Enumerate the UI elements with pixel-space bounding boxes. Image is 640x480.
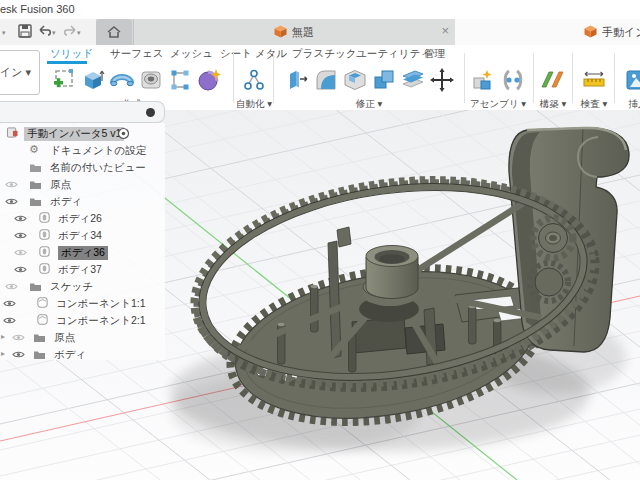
create-sketch-icon[interactable] [51, 67, 77, 93]
browser-root-row[interactable]: 手動インバータ5 v1 [0, 125, 165, 142]
undo-caret-icon[interactable]: ▾ [52, 29, 56, 37]
browser-row-body37[interactable]: ボディ37 [0, 261, 165, 278]
row-label: ボディ34 [58, 229, 102, 243]
eye-off-icon[interactable] [5, 282, 18, 291]
hole-icon[interactable] [138, 67, 164, 93]
derive-icon[interactable] [167, 67, 193, 93]
extrude-icon[interactable] [80, 67, 106, 93]
document-tab-active[interactable]: 手動インバータ5 v1 [455, 19, 640, 45]
folder-icon [29, 179, 42, 190]
automation-icon[interactable] [241, 67, 267, 93]
eye-icon[interactable] [3, 299, 16, 308]
group-construct: 構築 ▾ [536, 63, 570, 111]
move-icon[interactable] [429, 67, 455, 93]
redo-caret-icon[interactable]: ▾ [77, 29, 81, 37]
group-assemble: アセンブリ ▾ [466, 63, 530, 111]
tab-label: 無題 [292, 25, 314, 40]
row-label: コンポーネント2:1 [56, 314, 146, 328]
insert-canvas-icon[interactable] [625, 67, 640, 93]
browser-row-bodies-folder[interactable]: ボディ [0, 193, 165, 210]
eye-icon[interactable] [14, 231, 27, 240]
home-button[interactable] [96, 19, 132, 45]
body-icon [38, 263, 51, 274]
row-label: 名前の付いたビュー [50, 161, 146, 175]
folder-icon [29, 281, 42, 292]
row-label: ボディ26 [58, 212, 102, 226]
construction-plane-icon[interactable] [540, 67, 566, 93]
group-inspect: 検査 ▾ [576, 63, 612, 111]
tab-mesh[interactable]: メッシュ [170, 47, 213, 61]
combine-icon[interactable] [371, 67, 397, 93]
row-label: 原点 [54, 331, 75, 345]
browser-row-body34[interactable]: ボディ34 [0, 227, 165, 244]
folder-icon [29, 162, 42, 173]
press-pull-icon[interactable] [284, 67, 310, 93]
row-label: ドキュメントの設定 [50, 144, 146, 158]
browser-row-body26[interactable]: ボディ26 [0, 210, 165, 227]
row-label: ボディ [50, 195, 82, 209]
tab-surface[interactable]: サーフェス [110, 47, 163, 61]
row-label: コンポーネント1:1 [56, 297, 146, 311]
group-insert: 挿入 [618, 63, 640, 111]
workspace-selector[interactable]: イン ▾ [0, 50, 40, 95]
browser-handle-icon[interactable] [146, 108, 155, 117]
browser-row-bodies2[interactable]: ▸ ボディ [0, 346, 165, 363]
save-icon[interactable] [16, 22, 34, 40]
eye-icon[interactable] [14, 265, 27, 274]
browser-row-origin2[interactable]: ▸ 原点 [0, 329, 165, 346]
folder-icon [33, 349, 46, 360]
title-bar: esk Fusion 360 [0, 0, 640, 19]
tab-plastic[interactable]: プラスチック [292, 47, 356, 61]
tab-label: 手動インバータ5 v1 [602, 25, 640, 40]
workspace-selector-label: イン ▾ [0, 65, 31, 80]
split-body-icon[interactable] [400, 67, 426, 93]
browser-row-component2[interactable]: コンポーネント2:1 [0, 312, 165, 329]
gear-icon: ⚙ [29, 143, 39, 156]
chevron-right-icon[interactable]: ▸ [1, 332, 5, 341]
browser-header[interactable] [0, 101, 165, 123]
root-document-label[interactable]: 手動インバータ5 v1 [24, 127, 124, 141]
overflow-caret-icon[interactable]: ▾ [2, 29, 6, 37]
browser-row-document-settings[interactable]: ⚙ ドキュメントの設定 [0, 142, 165, 159]
eye-icon[interactable] [14, 214, 27, 223]
revolve-icon[interactable] [109, 67, 135, 93]
close-tab-icon[interactable]: × [441, 23, 449, 38]
model-hub[interactable] [359, 246, 419, 323]
tab-solid[interactable]: ソリッド [50, 47, 93, 61]
row-label: ボディ37 [58, 263, 102, 277]
row-label: スケッチ [50, 280, 93, 294]
fillet-icon[interactable] [313, 67, 339, 93]
browser-row-body36[interactable]: ボディ36 [0, 244, 165, 261]
tab-manage[interactable]: 管理 [424, 47, 445, 61]
document-cube-icon [274, 25, 287, 38]
browser-row-component1[interactable]: コンポーネント1:1 [0, 295, 165, 312]
document-tab-untitled[interactable]: 無題 × [133, 19, 457, 45]
eye-icon[interactable] [5, 197, 18, 206]
tab-utility[interactable]: ユーティリティ [356, 47, 431, 61]
eye-off-icon[interactable] [14, 248, 27, 257]
joint-icon[interactable] [500, 67, 526, 93]
row-label: 原点 [50, 178, 71, 192]
home-icon [106, 24, 122, 40]
activate-target-icon[interactable] [117, 127, 130, 140]
browser-row-origin[interactable]: 原点 [0, 176, 165, 193]
new-component-icon[interactable] [471, 67, 497, 93]
document-cube-icon [584, 25, 597, 38]
create-form-icon[interactable] [196, 67, 222, 93]
shell-icon[interactable] [342, 67, 368, 93]
eye-icon[interactable] [12, 350, 25, 359]
eye-icon[interactable] [3, 316, 16, 325]
eye-off-icon[interactable] [12, 333, 25, 342]
group-automate: 自動化 ▾ [236, 63, 272, 111]
chevron-right-icon[interactable]: ▸ [1, 349, 5, 358]
row-label: ボディ [54, 348, 86, 362]
eye-off-icon[interactable] [5, 180, 18, 189]
folder-icon [29, 196, 42, 207]
body-icon [38, 246, 51, 257]
body-icon [38, 212, 51, 223]
tab-sheetmetal[interactable]: シート メタル [220, 47, 287, 61]
measure-icon[interactable] [581, 67, 607, 93]
group-modify: 修正 ▾ [276, 63, 462, 111]
browser-row-named-views[interactable]: 名前の付いたビュー [0, 159, 165, 176]
browser-row-sketches[interactable]: スケッチ [0, 278, 165, 295]
